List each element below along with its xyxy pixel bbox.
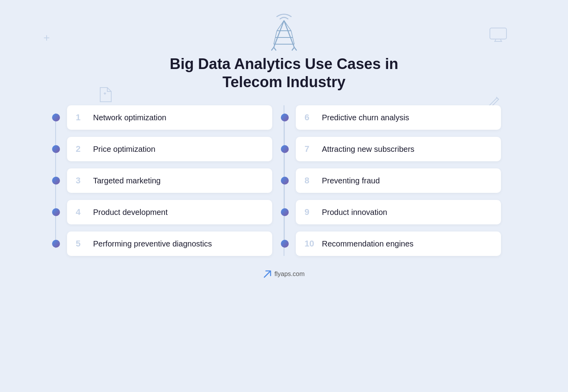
main-container: Big Data Analytics Use Cases inTelecom I… — [0, 0, 568, 278]
list-item: 8 Preventing fraud — [296, 168, 501, 193]
dot-container — [281, 114, 289, 121]
dot-indicator — [52, 240, 60, 248]
item-number: 5 — [76, 239, 87, 249]
item-number: 1 — [76, 112, 87, 123]
dot-container — [281, 145, 289, 153]
list-item: 5 Performing preventive diagnostics — [67, 231, 272, 256]
telecom-tower-icon — [268, 12, 300, 51]
list-item: 4 Product development — [67, 200, 272, 224]
footer-site: flyaps.com — [275, 271, 305, 278]
dot-container — [281, 208, 289, 216]
svg-line-21 — [294, 47, 297, 50]
footer: flyaps.com — [263, 270, 305, 278]
list-item: 6 Predictive churn analysis — [296, 105, 501, 130]
dot-indicator — [52, 177, 60, 185]
right-column: 6 Predictive churn analysis 7 Attracting… — [296, 105, 501, 256]
svg-line-19 — [274, 47, 276, 50]
arrow-icon — [263, 270, 271, 278]
list-item: 9 Product innovation — [296, 200, 501, 224]
item-number: 10 — [305, 239, 316, 249]
item-number: 7 — [305, 144, 316, 154]
use-cases-grid: 1 Network optimization 2 Price optimizat… — [67, 105, 501, 256]
dot-indicator — [281, 114, 289, 121]
dot-container — [281, 177, 289, 185]
item-number: 3 — [76, 175, 87, 186]
dot-indicator — [52, 145, 60, 153]
svg-line-18 — [271, 47, 274, 50]
dot-container — [52, 114, 60, 121]
dot-container — [52, 177, 60, 185]
item-number: 8 — [305, 175, 316, 186]
page-title: Big Data Analytics Use Cases inTelecom I… — [170, 55, 398, 91]
item-label: Product innovation — [322, 208, 387, 217]
item-card: 2 Price optimization — [67, 137, 272, 161]
dot-indicator — [52, 208, 60, 216]
dot-container — [52, 145, 60, 153]
dot-indicator — [281, 240, 289, 248]
item-label: Attracting new subscribers — [322, 145, 415, 154]
item-label: Performing preventive diagnostics — [93, 239, 212, 248]
item-card: 6 Predictive churn analysis — [296, 105, 501, 130]
item-card: 4 Product development — [67, 200, 272, 224]
item-card: 8 Preventing fraud — [296, 168, 501, 193]
list-item: 10 Recommendation engines — [296, 231, 501, 256]
dot-container — [52, 208, 60, 216]
dot-indicator — [281, 145, 289, 153]
svg-line-7 — [274, 21, 284, 47]
item-card: 7 Attracting new subscribers — [296, 137, 501, 161]
list-item: 1 Network optimization — [67, 105, 272, 130]
item-label: Price optimization — [93, 145, 155, 154]
item-label: Network optimization — [93, 113, 166, 122]
item-card: 1 Network optimization — [67, 105, 272, 130]
svg-line-15 — [291, 31, 293, 37]
list-item: 3 Targeted marketing — [67, 168, 272, 193]
item-label: Targeted marketing — [93, 176, 161, 185]
dot-indicator — [52, 114, 60, 121]
dot-container — [52, 240, 60, 248]
item-number: 4 — [76, 207, 87, 217]
item-number: 9 — [305, 207, 316, 217]
item-card: 3 Targeted marketing — [67, 168, 272, 193]
item-label: Product development — [93, 208, 168, 217]
svg-line-14 — [275, 31, 277, 37]
dot-indicator — [281, 177, 289, 185]
item-card: 5 Performing preventive diagnostics — [67, 231, 272, 256]
item-label: Recommendation engines — [322, 239, 413, 248]
svg-line-20 — [292, 47, 294, 50]
list-item: 7 Attracting new subscribers — [296, 137, 501, 161]
svg-line-8 — [284, 21, 294, 47]
item-label: Preventing fraud — [322, 176, 380, 185]
item-card: 10 Recommendation engines — [296, 231, 501, 256]
item-card: 9 Product innovation — [296, 200, 501, 224]
dot-indicator — [281, 208, 289, 216]
left-column: 1 Network optimization 2 Price optimizat… — [67, 105, 272, 256]
item-number: 2 — [76, 144, 87, 154]
list-item: 2 Price optimization — [67, 137, 272, 161]
item-label: Predictive churn analysis — [322, 113, 409, 122]
item-number: 6 — [305, 112, 316, 123]
dot-container — [281, 240, 289, 248]
